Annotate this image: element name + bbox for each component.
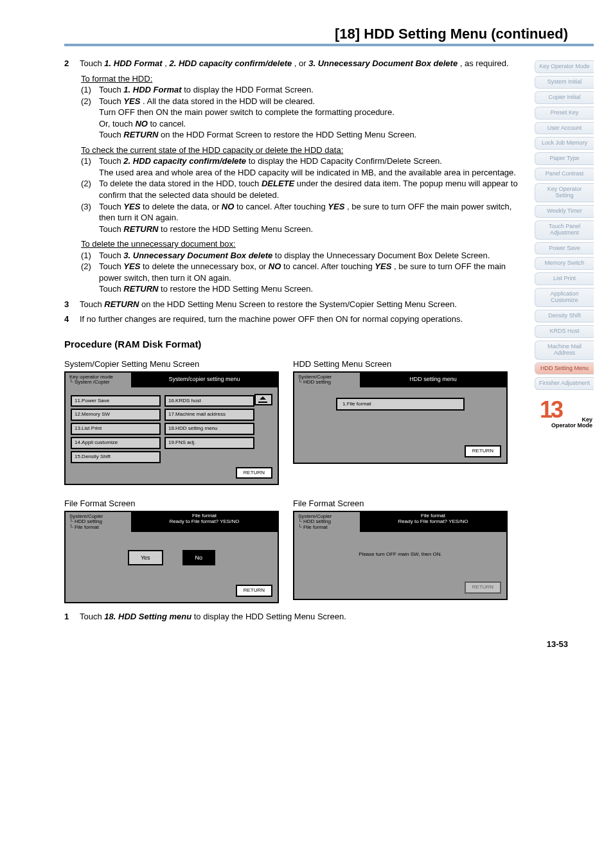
final-pre: Touch xyxy=(80,612,104,621)
sidebar-tab-7[interactable]: Panel Contrast xyxy=(535,168,594,181)
menu-item-17[interactable]: 17.Machine mail address xyxy=(164,409,254,421)
final-step-num: 1 xyxy=(64,611,73,623)
s2b3-l2-post: to restore the HDD Setting Menu Screen. xyxy=(161,224,313,234)
sidebar-tab-14[interactable]: Application Customize xyxy=(535,288,594,307)
s2c2-mid: to delete the unnecessary box, or xyxy=(143,261,269,271)
s2b3-pre: Touch xyxy=(99,202,123,211)
step-number-2: 2 xyxy=(64,58,73,69)
s2a2-l2: Turn OFF then ON the main power switch t… xyxy=(99,107,528,118)
label-screen-fileformat1: File Format Screen xyxy=(64,498,283,509)
menu-item-11[interactable]: 11.Power Save xyxy=(71,395,161,407)
home-icon[interactable] xyxy=(254,394,272,405)
step2-intro-b1: 1. HDD Format xyxy=(104,58,162,68)
s2b3-num: (3) xyxy=(81,201,95,235)
s2a1-b: 1. HDD Format xyxy=(123,85,181,94)
sidebar-tab-1[interactable]: System Initial xyxy=(535,76,594,89)
ui4-return-button: RETURN xyxy=(465,581,501,594)
step2-intro-mid2: , or xyxy=(294,58,308,68)
sidebar-tab-15[interactable]: Density Shift xyxy=(535,310,594,323)
sidebar-tab-6[interactable]: Paper Type xyxy=(535,152,594,165)
s4-text: If no further changes are required, turn… xyxy=(80,314,528,325)
page-title: [18] HDD Setting Menu (continued) xyxy=(64,26,568,42)
ui3-yes-button[interactable]: Yes xyxy=(128,550,163,565)
menu-item-13[interactable]: 13.List Print xyxy=(71,423,161,435)
procedure-heading: Procedure (RAM Disk Format) xyxy=(64,338,528,351)
sidebar-tabs: Key Operator ModeSystem InitialCopier In… xyxy=(535,60,594,429)
step2-heading-docbox: To delete the unnecessary document box: xyxy=(81,238,528,250)
s2b3-mid2: to cancel. After touching xyxy=(236,202,328,211)
sidebar-tab-16[interactable]: KRDS Host xyxy=(535,325,594,338)
screenshot-file-format-yesno: System/Copier └ HDD setting └ File forma… xyxy=(64,511,279,603)
s2b2-pre: To delete the data stored in the HDD, to… xyxy=(99,179,262,188)
sidebar-tab-2[interactable]: Copier Initial xyxy=(535,91,594,104)
final-post: to display the HDD Setting Menu Screen. xyxy=(194,612,346,621)
s2c2-b1: YES xyxy=(123,261,140,271)
sidebar-tab-13[interactable]: List Print xyxy=(535,272,594,285)
s2b1-post: to display the HDD Capacity Confirm/Dele… xyxy=(249,156,442,166)
s2b3-l2-b: RETURN xyxy=(123,224,158,234)
step2-intro-pre: Touch xyxy=(80,58,104,68)
step-number-4: 4 xyxy=(64,314,73,325)
s2c2-pre: Touch xyxy=(99,261,123,271)
s2b2-b: DELETE xyxy=(262,179,294,188)
sidebar-tab-12[interactable]: Memory Switch xyxy=(535,257,594,270)
sidebar-tab-19[interactable]: Finisher Adjustment xyxy=(535,377,594,390)
sidebar-tab-3[interactable]: Preset Key xyxy=(535,107,594,120)
s2a2-post: . All the data stored in the HDD will be… xyxy=(143,96,315,106)
sidebar-tab-11[interactable]: Power Save xyxy=(535,242,594,255)
s2b2-num: (2) xyxy=(81,178,95,200)
sidebar-tab-9[interactable]: Weekly Timer xyxy=(535,205,594,218)
sidebar-tab-5[interactable]: Lock Job Memory xyxy=(535,137,594,150)
ui2-return-button[interactable]: RETURN xyxy=(465,445,501,457)
s3-pre: Touch xyxy=(80,299,104,309)
ui4-crumb3: └ File format xyxy=(298,525,356,530)
s2b3-l2-pre: Touch xyxy=(99,224,123,234)
sidebar-tab-0[interactable]: Key Operator Mode xyxy=(535,60,594,73)
s2a2-b: YES xyxy=(123,96,140,106)
ui2-title: HDD setting menu xyxy=(360,373,506,387)
step-number-3: 3 xyxy=(64,299,73,310)
step2-intro-post: , as required. xyxy=(460,58,509,68)
s2c2-b2: NO xyxy=(269,261,281,271)
label-screen-sys: System/Copier Setting Menu Screen xyxy=(64,359,283,370)
s2a2-pre: Touch xyxy=(99,96,123,106)
s2c1-num: (1) xyxy=(81,250,95,261)
s2b1-num: (1) xyxy=(81,155,95,178)
s2a2-l4-pre: Touch xyxy=(99,130,123,139)
s2c2-l2-b: RETURN xyxy=(123,284,158,294)
ui1-return-button[interactable]: RETURN xyxy=(236,467,272,479)
s2a2-l4-b: RETURN xyxy=(123,130,158,139)
s2a2-l3-pre: Or, touch xyxy=(99,119,135,128)
ui4-title2: Ready to File format? YES/NO xyxy=(362,519,504,525)
ui2-file-format-button[interactable]: 1.File format xyxy=(336,398,465,411)
menu-item-12[interactable]: 12.Memory SW xyxy=(71,409,161,421)
ui3-return-button[interactable]: RETURN xyxy=(236,585,272,597)
step2-heading-capacity: To check the current state of the HDD ca… xyxy=(81,145,528,156)
s2a2-num: (2) xyxy=(81,96,95,141)
menu-item-16[interactable]: 16.KRDS host xyxy=(164,395,254,407)
sidebar-tab-4[interactable]: User Account xyxy=(535,122,594,135)
sidebar-tab-17[interactable]: Machine Mail Address xyxy=(535,341,594,360)
step2-intro-b2: 2. HDD capacity confirm/delete xyxy=(169,58,292,68)
title-underline xyxy=(64,44,594,46)
menu-item-14[interactable]: 14.Appli customize xyxy=(71,437,161,449)
s2b3-b2: NO xyxy=(222,202,235,211)
menu-item-15[interactable]: 15.Density Shift xyxy=(71,451,161,463)
screenshot-file-format-msg: System/Copier └ HDD setting └ File forma… xyxy=(293,511,508,600)
s3-b: RETURN xyxy=(104,299,139,309)
s2c2-num: (2) xyxy=(81,261,95,295)
screenshot-hdd-setting-menu: System/Copier └ HDD setting HDD setting … xyxy=(293,371,508,464)
screenshot-system-copier-menu: Key operator mode └ System /Copier Syste… xyxy=(64,371,279,486)
menu-item-19[interactable]: 19.FNS adj. xyxy=(164,437,254,449)
s2c1-pre: Touch xyxy=(99,251,123,260)
s2a2-l3-b: NO xyxy=(135,119,148,128)
ui3-no-button[interactable]: No xyxy=(182,550,216,565)
menu-item-18[interactable]: 18.HDD setting menu xyxy=(164,423,254,435)
ui2-crumb2: └ HDD setting xyxy=(298,380,356,385)
s2a1-post: to display the HDD Format Screen. xyxy=(184,85,314,94)
s2c2-mid2: to cancel. After touching xyxy=(283,261,375,271)
sidebar-tab-18[interactable]: HDD Setting Menu xyxy=(535,362,594,375)
sidebar-tab-8[interactable]: Key Operator Setting xyxy=(535,183,594,202)
sidebar-tab-10[interactable]: Touch Panel Adjustment xyxy=(535,220,594,240)
s2b3-b1: YES xyxy=(123,202,140,211)
